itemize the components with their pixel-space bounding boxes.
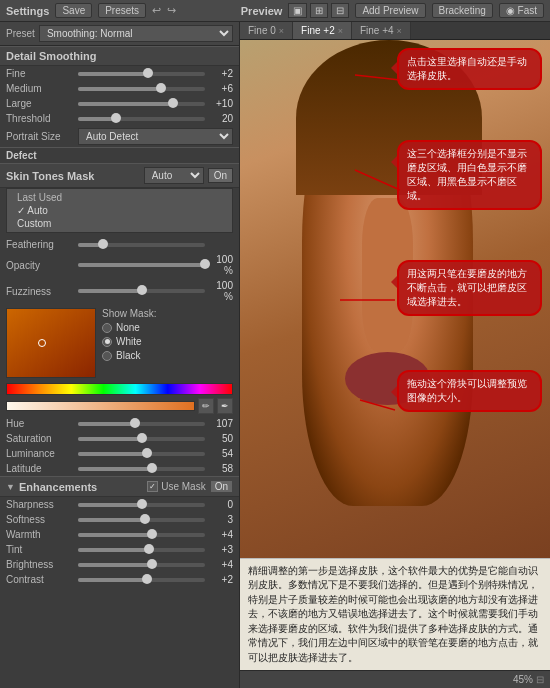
feathering-slider[interactable] bbox=[78, 243, 205, 247]
dropdown-auto[interactable]: Auto bbox=[7, 204, 232, 217]
large-label: Large bbox=[6, 98, 74, 109]
split-view-button[interactable]: ⊞ bbox=[310, 3, 328, 18]
luminance-slider[interactable] bbox=[78, 452, 205, 456]
threshold-label: Threshold bbox=[6, 113, 74, 124]
preview-image-area: 点击这里选择自动还是手动选择皮肤。 这三个选择框分别是不显示磨皮区域、用白色显示… bbox=[240, 40, 550, 558]
radio-black[interactable] bbox=[102, 351, 112, 361]
annotation-1: 点击这里选择自动还是手动选择皮肤。 bbox=[397, 48, 542, 90]
presets-button[interactable]: Presets bbox=[98, 3, 146, 18]
tint-slider[interactable] bbox=[78, 548, 205, 552]
large-slider-row: Large +10 bbox=[0, 96, 239, 111]
radio-white-row: White bbox=[102, 336, 156, 347]
defect-row: Defect bbox=[0, 147, 239, 163]
annotation-3: 用这两只笔在要磨皮的地方不断点击，就可以把磨皮区域选择进去。 bbox=[397, 260, 542, 316]
threshold-slider[interactable] bbox=[78, 117, 205, 121]
redo-icon[interactable]: ↪ bbox=[167, 4, 176, 17]
warmth-label: Warmth bbox=[6, 529, 74, 540]
grid-view-button[interactable]: ⊟ bbox=[331, 3, 349, 18]
saturation-slider-row: Saturation 50 bbox=[0, 431, 239, 446]
right-panel: Fine 0 × Fine +2 × Fine +4 × bbox=[240, 22, 550, 688]
use-mask-check: ✓ Use Mask bbox=[147, 481, 205, 492]
undo-icon[interactable]: ↩ bbox=[152, 4, 161, 17]
threshold-value: 20 bbox=[209, 113, 233, 124]
detail-smoothing-header: Detail Smoothing bbox=[0, 46, 239, 66]
pencil-add-icon[interactable]: ✏ bbox=[198, 398, 214, 414]
bottom-text-content: 精细调整的第一步是选择皮肤，这个软件最大的优势是它能自动识别皮肤。多数情况下是不… bbox=[248, 565, 538, 663]
medium-slider[interactable] bbox=[78, 87, 205, 91]
tab-close-0[interactable]: × bbox=[279, 26, 284, 36]
medium-value: +6 bbox=[209, 83, 233, 94]
bottom-text-area: 精细调整的第一步是选择皮肤，这个软件最大的优势是它能自动识别皮肤。多数情况下是不… bbox=[240, 558, 550, 671]
use-mask-checkbox[interactable]: ✓ bbox=[147, 481, 158, 492]
add-preview-button[interactable]: Add Preview bbox=[355, 3, 425, 18]
preview-tab-0[interactable]: Fine 0 × bbox=[240, 22, 293, 39]
contrast-slider[interactable] bbox=[78, 578, 205, 582]
fuzziness-slider[interactable] bbox=[78, 289, 205, 293]
fuzziness-slider-row: Fuzziness 100 % bbox=[0, 278, 239, 304]
detail-smoothing-title: Detail Smoothing bbox=[6, 50, 96, 62]
feathering-slider-row: Feathering bbox=[0, 237, 239, 252]
sharpness-slider[interactable] bbox=[78, 503, 205, 507]
zoom-slider[interactable]: ⊟ bbox=[536, 674, 544, 685]
opacity-slider-row: Opacity 100 % bbox=[0, 252, 239, 278]
opacity-slider[interactable] bbox=[78, 263, 205, 267]
settings-title: Settings bbox=[6, 5, 49, 17]
fuzziness-value: 100 % bbox=[209, 280, 233, 302]
medium-label: Medium bbox=[6, 83, 74, 94]
preview-tab-2[interactable]: Fine +4 × bbox=[352, 22, 411, 39]
bracketing-button[interactable]: Bracketing bbox=[432, 3, 493, 18]
show-mask-label: Show Mask: bbox=[102, 308, 156, 319]
softness-slider-row: Softness 3 bbox=[0, 512, 239, 527]
color-picker-box[interactable] bbox=[6, 308, 96, 378]
luminance-label: Luminance bbox=[6, 448, 74, 459]
skin-tones-mask-select[interactable]: Auto bbox=[144, 167, 204, 184]
warmth-slider[interactable] bbox=[78, 533, 205, 537]
tab-close-2[interactable]: × bbox=[397, 26, 402, 36]
fast-button[interactable]: ◉ Fast bbox=[499, 3, 544, 18]
dropdown-custom[interactable]: Custom bbox=[7, 217, 232, 230]
fine-value: +2 bbox=[209, 68, 233, 79]
brightness-slider[interactable] bbox=[78, 563, 205, 567]
fine-slider-row: Fine +2 bbox=[0, 66, 239, 81]
sharpness-value: 0 bbox=[209, 499, 233, 510]
enhancements-title: Enhancements bbox=[19, 481, 143, 493]
preset-row: Preset Smoothing: Normal bbox=[0, 22, 239, 46]
show-mask-controls: Show Mask: None White Black bbox=[102, 308, 156, 378]
latitude-slider[interactable] bbox=[78, 467, 205, 471]
brightness-slider-row: Brightness +4 bbox=[0, 557, 239, 572]
saturation-slider[interactable] bbox=[78, 437, 205, 441]
radio-white-label: White bbox=[116, 336, 142, 347]
radio-white[interactable] bbox=[102, 337, 112, 347]
save-button[interactable]: Save bbox=[55, 3, 92, 18]
pencil-remove-icon[interactable]: ✒ bbox=[217, 398, 233, 414]
threshold-slider-row: Threshold 20 bbox=[0, 111, 239, 126]
tab-close-1[interactable]: × bbox=[338, 26, 343, 36]
radio-none[interactable] bbox=[102, 323, 112, 333]
fine-slider[interactable] bbox=[78, 72, 205, 76]
fuzziness-label: Fuzziness bbox=[6, 286, 74, 297]
use-mask-label: Use Mask bbox=[161, 481, 205, 492]
luminance-slider-row: Luminance 54 bbox=[0, 446, 239, 461]
latitude-slider-row: Latitude 58 bbox=[0, 461, 239, 476]
fine-label: Fine bbox=[6, 68, 74, 79]
large-slider[interactable] bbox=[78, 102, 205, 106]
hue-strip[interactable] bbox=[6, 383, 233, 395]
sat-strip[interactable] bbox=[6, 401, 195, 411]
softness-slider[interactable] bbox=[78, 518, 205, 522]
preview-title: Preview bbox=[241, 5, 283, 17]
portrait-size-select[interactable]: Auto Detect bbox=[78, 128, 233, 145]
hue-slider[interactable] bbox=[78, 422, 205, 426]
latitude-label: Latitude bbox=[6, 463, 74, 474]
saturation-label: Saturation bbox=[6, 433, 74, 444]
single-view-button[interactable]: ▣ bbox=[288, 3, 307, 18]
feathering-label: Feathering bbox=[6, 239, 74, 250]
hue-value: 107 bbox=[209, 418, 233, 429]
skin-mask-on-button[interactable]: On bbox=[208, 168, 233, 183]
preset-select[interactable]: Smoothing: Normal bbox=[39, 25, 233, 42]
preview-tab-1[interactable]: Fine +2 × bbox=[293, 22, 352, 39]
preview-view-buttons: ▣ ⊞ ⊟ bbox=[288, 3, 349, 18]
opacity-label: Opacity bbox=[6, 260, 74, 271]
hue-label: Hue bbox=[6, 418, 74, 429]
warmth-value: +4 bbox=[209, 529, 233, 540]
contrast-value: +2 bbox=[209, 574, 233, 585]
